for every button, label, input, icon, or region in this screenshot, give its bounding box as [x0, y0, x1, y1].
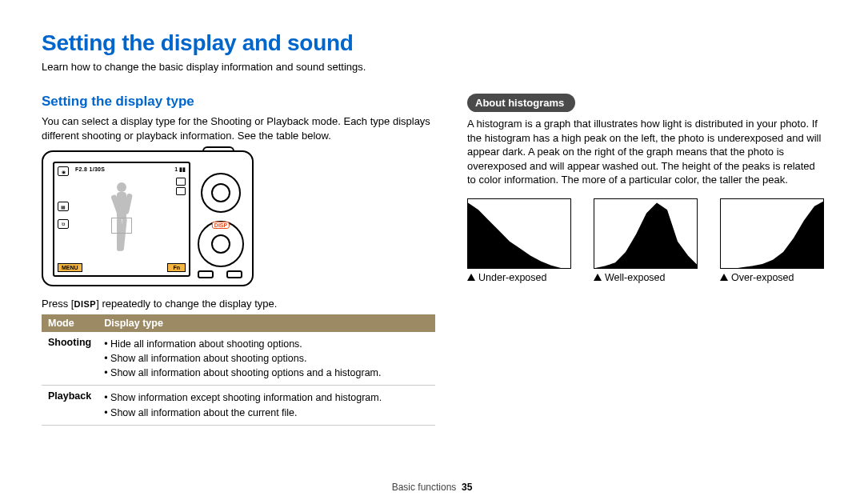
- histogram-caption: Under-exposed: [467, 272, 571, 283]
- display-type-table: Mode Display type ShootingHide all infor…: [42, 314, 435, 426]
- triangle-icon: [720, 274, 728, 281]
- focus-frame-icon: [111, 218, 132, 234]
- about-histograms-body: A histogram is a graph that illustrates …: [467, 117, 824, 187]
- disp-button-label: DISP: [212, 222, 230, 229]
- camera-illustration: ◉▦⧉ F2.8 1/30S 1 ▮▮: [42, 150, 254, 286]
- section-heading-display-type: Setting the display type: [42, 94, 435, 110]
- histogram-over: Over-exposed: [720, 198, 824, 283]
- triangle-icon: [467, 274, 475, 281]
- table-row-mode: Shooting: [42, 332, 98, 386]
- table-row-mode: Playback: [42, 386, 98, 425]
- about-histograms-badge: About histograms: [467, 94, 575, 112]
- disp-inline-label: DISP: [74, 299, 96, 309]
- camera-screen: ◉▦⧉ F2.8 1/30S 1 ▮▮: [53, 162, 190, 277]
- screen-shot-count: 1 ▮▮: [174, 166, 186, 173]
- footer-page-number: 35: [462, 482, 472, 493]
- histogram-caption: Well-exposed: [594, 272, 698, 283]
- mode-dial-icon: [201, 173, 241, 213]
- table-header-display-type: Display type: [98, 314, 435, 332]
- histogram-under: Under-exposed: [467, 198, 571, 283]
- screen-menu-label: MENU: [58, 263, 82, 272]
- footer-section: Basic functions: [392, 482, 457, 493]
- svg-point-0: [117, 182, 126, 192]
- table-row-items: Hide all information about shooting opti…: [98, 332, 435, 386]
- triangle-icon: [594, 274, 602, 281]
- screen-right-icons: [176, 178, 186, 197]
- shutter-icon: [202, 146, 234, 152]
- page-lead: Learn how to change the basic display in…: [42, 61, 824, 73]
- camera-small-button-2: [226, 270, 242, 278]
- table-row-items: Show information except shooting informa…: [98, 386, 435, 425]
- dpad-icon: DISP: [198, 221, 244, 267]
- section-body-display-type: You can select a display type for the Sh…: [42, 114, 435, 142]
- page-footer: Basic functions 35: [0, 482, 864, 493]
- histogram-well: Well-exposed: [594, 198, 698, 283]
- camera-small-button-1: [198, 270, 214, 278]
- screen-exposure-info: F2.8 1/30S: [75, 166, 105, 172]
- page-title: Setting the display and sound: [42, 30, 824, 56]
- screen-left-icons: ◉▦⧉: [58, 166, 69, 237]
- histogram-caption: Over-exposed: [720, 272, 824, 283]
- table-header-mode: Mode: [42, 314, 98, 332]
- press-instruction: Press [DISP] repeatedly to change the di…: [42, 298, 435, 310]
- screen-fn-label: Fn: [167, 263, 186, 272]
